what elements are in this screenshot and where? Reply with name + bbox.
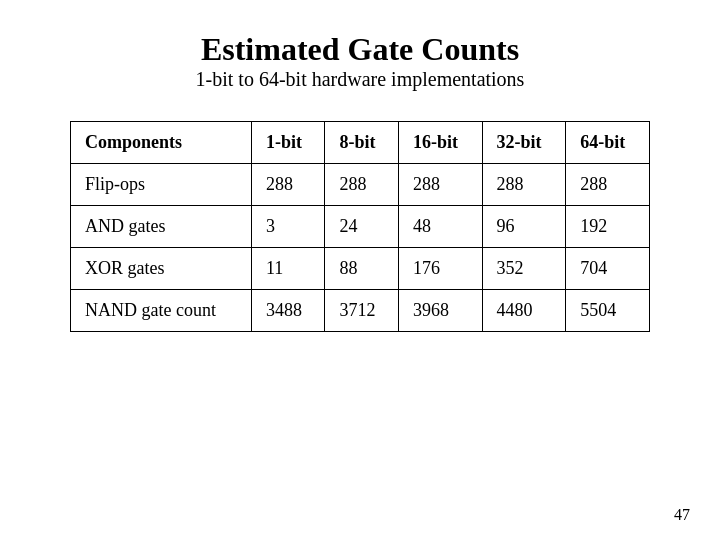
table-header-0: Components [71,122,252,164]
table-cell-3-0: NAND gate count [71,290,252,332]
table-cell-1-5: 192 [566,206,650,248]
table-cell-3-5: 5504 [566,290,650,332]
table-cell-3-2: 3712 [325,290,399,332]
table-header-4: 32-bit [482,122,566,164]
table-cell-0-2: 288 [325,164,399,206]
table-cell-2-5: 704 [566,248,650,290]
table-cell-1-2: 24 [325,206,399,248]
data-table-wrapper: Components1-bit8-bit16-bit32-bit64-bit F… [70,121,650,332]
table-cell-1-4: 96 [482,206,566,248]
table-cell-2-1: 11 [251,248,325,290]
table-cell-0-1: 288 [251,164,325,206]
table-cell-0-0: Flip-ops [71,164,252,206]
gate-counts-table: Components1-bit8-bit16-bit32-bit64-bit F… [70,121,650,332]
table-cell-2-4: 352 [482,248,566,290]
table-header-row: Components1-bit8-bit16-bit32-bit64-bit [71,122,650,164]
table-cell-3-4: 4480 [482,290,566,332]
table-cell-2-0: XOR gates [71,248,252,290]
table-header-1: 1-bit [251,122,325,164]
page-number: 47 [674,506,690,524]
table-header-3: 16-bit [398,122,482,164]
table-cell-3-1: 3488 [251,290,325,332]
table-row: XOR gates1188176352704 [71,248,650,290]
page-subtitle: 1-bit to 64-bit hardware implementations [196,68,525,91]
table-body: Flip-ops288288288288288AND gates32448961… [71,164,650,332]
table-cell-1-3: 48 [398,206,482,248]
page-title: Estimated Gate Counts [201,30,519,68]
table-row: AND gates3244896192 [71,206,650,248]
table-header-2: 8-bit [325,122,399,164]
table-cell-0-5: 288 [566,164,650,206]
table-row: Flip-ops288288288288288 [71,164,650,206]
table-cell-1-0: AND gates [71,206,252,248]
table-cell-2-2: 88 [325,248,399,290]
table-cell-2-3: 176 [398,248,482,290]
table-cell-1-1: 3 [251,206,325,248]
table-cell-0-3: 288 [398,164,482,206]
table-cell-3-3: 3968 [398,290,482,332]
table-header-5: 64-bit [566,122,650,164]
table-cell-0-4: 288 [482,164,566,206]
table-row: NAND gate count34883712396844805504 [71,290,650,332]
